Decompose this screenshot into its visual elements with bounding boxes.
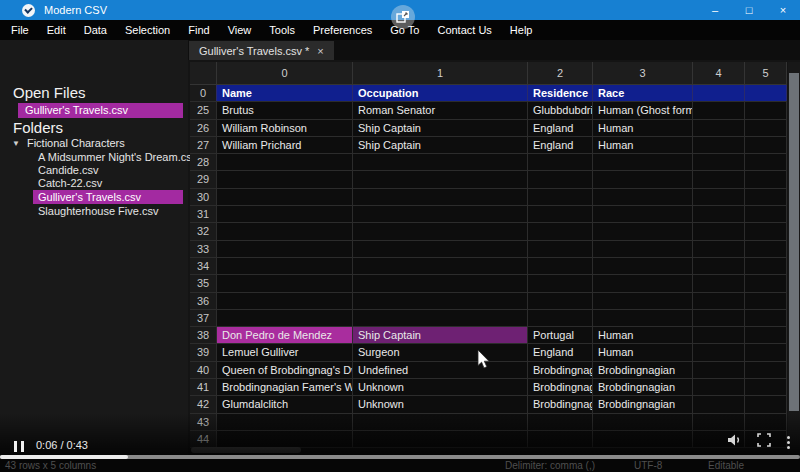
grid-cell[interactable]: [745, 154, 787, 170]
grid-cell[interactable]: [693, 120, 745, 136]
grid-cell[interactable]: [745, 137, 787, 153]
grid-cell[interactable]: Undefined: [353, 362, 528, 378]
column-header-2[interactable]: 2: [528, 62, 593, 84]
grid-cell[interactable]: [745, 310, 787, 326]
row-number[interactable]: 0: [190, 85, 217, 101]
grid-cell[interactable]: [745, 362, 787, 378]
grid-cell[interactable]: Roman Senator: [353, 102, 528, 118]
grid-cell[interactable]: England: [528, 120, 593, 136]
grid-cell[interactable]: Don Pedro de Mendez: [217, 327, 353, 343]
grid-cell[interactable]: Glumdalclitch: [217, 396, 353, 412]
fullscreen-icon[interactable]: [757, 433, 771, 451]
close-button[interactable]: ×: [766, 0, 800, 20]
grid-cell[interactable]: Residence: [528, 85, 593, 101]
grid-cell[interactable]: [217, 241, 353, 257]
menu-item-edit[interactable]: Edit: [38, 20, 75, 40]
grid-cell[interactable]: [353, 223, 528, 239]
menu-item-view[interactable]: View: [219, 20, 261, 40]
grid-cell[interactable]: [745, 379, 787, 395]
grid-cell[interactable]: [693, 344, 745, 360]
grid-cell[interactable]: [693, 396, 745, 412]
grid-cell[interactable]: [217, 310, 353, 326]
grid-cell[interactable]: [217, 293, 353, 309]
menu-item-selection[interactable]: Selection: [116, 20, 179, 40]
grid-cell[interactable]: Human: [593, 137, 693, 153]
grid-cell[interactable]: [693, 258, 745, 274]
row-number[interactable]: 41: [190, 379, 217, 395]
grid-cell[interactable]: Brobdingnagian: [593, 396, 693, 412]
tree-file-item[interactable]: Candide.csv: [38, 163, 99, 177]
grid-cell[interactable]: [217, 275, 353, 291]
grid-cell[interactable]: Brobdingnag: [528, 396, 593, 412]
grid-cell[interactable]: [217, 258, 353, 274]
row-number[interactable]: 30: [190, 189, 217, 205]
folder-item-fictional-characters[interactable]: ▼ Fictional Characters: [12, 137, 125, 150]
grid-cell[interactable]: [593, 275, 693, 291]
grid-cell[interactable]: [693, 189, 745, 205]
row-number[interactable]: 27: [190, 137, 217, 153]
grid-cell[interactable]: [593, 258, 693, 274]
menu-item-data[interactable]: Data: [75, 20, 116, 40]
grid-cell[interactable]: [528, 206, 593, 222]
grid-cell[interactable]: [745, 102, 787, 118]
open-file-item[interactable]: Gulliver's Travels.csv: [18, 103, 183, 118]
menu-item-file[interactable]: File: [2, 20, 38, 40]
vertical-scrollbar-thumb[interactable]: [789, 73, 799, 411]
row-number[interactable]: 32: [190, 223, 217, 239]
grid-cell[interactable]: Name: [217, 85, 353, 101]
grid-cell[interactable]: Unknown: [353, 379, 528, 395]
grid-cell[interactable]: England: [528, 137, 593, 153]
grid-cell[interactable]: [353, 189, 528, 205]
grid-cell[interactable]: [528, 258, 593, 274]
grid-cell[interactable]: Human: [593, 327, 693, 343]
grid-cell[interactable]: Lemuel Gulliver: [217, 344, 353, 360]
grid-cell[interactable]: [693, 223, 745, 239]
tree-file-item[interactable]: Slaughterhouse Five.csv: [38, 204, 158, 218]
column-header-3[interactable]: 3: [593, 62, 693, 84]
grid-cell[interactable]: Brobdingnagian: [593, 379, 693, 395]
grid-cell[interactable]: [693, 275, 745, 291]
grid-cell[interactable]: [745, 223, 787, 239]
grid-cell[interactable]: William Robinson: [217, 120, 353, 136]
row-number[interactable]: 25: [190, 102, 217, 118]
grid-cell[interactable]: [217, 171, 353, 187]
grid-cell[interactable]: [593, 293, 693, 309]
row-number[interactable]: 35: [190, 275, 217, 291]
row-number[interactable]: 31: [190, 206, 217, 222]
grid-cell[interactable]: [593, 223, 693, 239]
column-header-0[interactable]: 0: [217, 62, 353, 84]
grid-cell[interactable]: Portugal: [528, 327, 593, 343]
grid-cell[interactable]: [528, 241, 593, 257]
grid-cell[interactable]: Glubbdubdrib: [528, 102, 593, 118]
grid-cell[interactable]: [693, 362, 745, 378]
grid-cell[interactable]: Brobdingnagian Famer's Wife: [217, 379, 353, 395]
maximize-button[interactable]: □: [732, 0, 766, 20]
chevron-down-icon[interactable]: ▼: [12, 137, 20, 150]
grid-cell[interactable]: [353, 258, 528, 274]
grid-cell[interactable]: [353, 275, 528, 291]
grid-cell[interactable]: [593, 310, 693, 326]
grid-cell[interactable]: [745, 120, 787, 136]
grid-cell[interactable]: [528, 223, 593, 239]
grid-cell[interactable]: [528, 189, 593, 205]
pip-icon[interactable]: [391, 5, 415, 29]
grid-cell[interactable]: [528, 275, 593, 291]
grid-cell[interactable]: [693, 379, 745, 395]
row-number[interactable]: 40: [190, 362, 217, 378]
menu-item-help[interactable]: Help: [501, 20, 542, 40]
row-number[interactable]: 33: [190, 241, 217, 257]
column-header-5[interactable]: 5: [745, 62, 787, 84]
grid-cell[interactable]: [745, 293, 787, 309]
grid-cell[interactable]: [693, 293, 745, 309]
grid-cell[interactable]: [528, 310, 593, 326]
grid-cell[interactable]: [693, 327, 745, 343]
grid-cell[interactable]: Race: [593, 85, 693, 101]
grid-cell[interactable]: [693, 85, 745, 101]
row-number[interactable]: 36: [190, 293, 217, 309]
grid-cell[interactable]: [528, 171, 593, 187]
grid-cell[interactable]: [593, 189, 693, 205]
grid-cell[interactable]: Brobdingnag: [528, 379, 593, 395]
tree-file-item[interactable]: Catch-22.csv: [38, 176, 102, 190]
menu-item-tools[interactable]: Tools: [260, 20, 304, 40]
tree-file-item[interactable]: A Midsummer Night's Dream.csv: [38, 150, 197, 164]
